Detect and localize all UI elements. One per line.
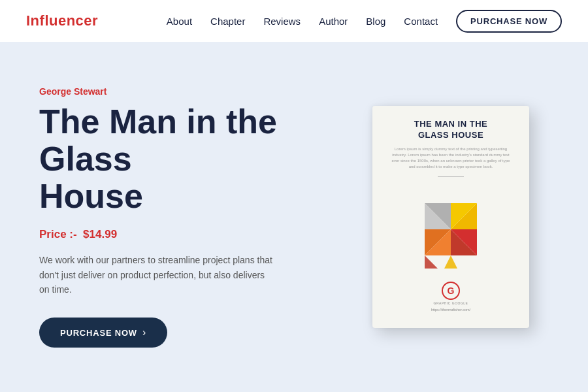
book-cover-title: THE MAN IN THEGLASS HOUSE <box>414 119 487 141</box>
book-cover: THE MAN IN THEGLASS HOUSE Lorem ipsum is… <box>372 106 529 328</box>
price-line: Price :- $14.99 <box>39 228 327 241</box>
nav-link-about[interactable]: About <box>167 16 192 27</box>
nav-links: About Chapter Reviews Author Blog Contac… <box>167 10 562 33</box>
book-title-line2: House <box>39 177 143 215</box>
price-value: $14.99 <box>83 228 117 240</box>
book-cover-container: THE MAN IN THEGLASS HOUSE Lorem ipsum is… <box>353 106 549 328</box>
nav-link-contact[interactable]: Contact <box>404 16 438 27</box>
price-label: Price :- <box>39 228 77 240</box>
logo[interactable]: Influencer <box>26 12 98 29</box>
book-logo-name: GRAPHIC GOOGLE <box>434 301 468 305</box>
nav-link-author[interactable]: Author <box>319 16 348 27</box>
book-logo-icon: G <box>442 282 460 300</box>
nav-link-reviews[interactable]: Reviews <box>263 16 301 27</box>
hero-section: George Stewart The Man in the Glass Hous… <box>0 42 588 392</box>
book-pinwheel <box>405 184 497 275</box>
arrow-icon: › <box>142 327 146 338</box>
book-cover-lorem: Lorem ipsum is simply dummy text of the … <box>383 146 519 170</box>
book-title: The Man in the Glass House <box>39 103 327 216</box>
svg-marker-8 <box>425 255 438 269</box>
book-logo: G GRAPHIC GOOGLE https://thermafisher.co… <box>431 282 470 312</box>
purchase-hero-label: PURCHASE NOW <box>60 328 137 338</box>
svg-marker-9 <box>444 255 457 269</box>
book-url: https://thermafisher.com/ <box>431 308 470 312</box>
nav-link-chapter[interactable]: Chapter <box>210 16 245 27</box>
author-name: George Stewart <box>39 86 327 97</box>
book-divider <box>438 176 464 177</box>
book-title-line1: The Man in the Glass <box>39 103 277 178</box>
navbar: Influencer About Chapter Reviews Author … <box>0 0 588 42</box>
nav-link-blog[interactable]: Blog <box>366 16 385 27</box>
purchase-now-hero-button[interactable]: PURCHASE NOW › <box>39 318 167 348</box>
hero-content: George Stewart The Man in the Glass Hous… <box>39 86 353 348</box>
hero-description: We work with our partners to streamline … <box>39 253 274 297</box>
purchase-now-nav-button[interactable]: PURCHASE NOW <box>456 10 562 33</box>
